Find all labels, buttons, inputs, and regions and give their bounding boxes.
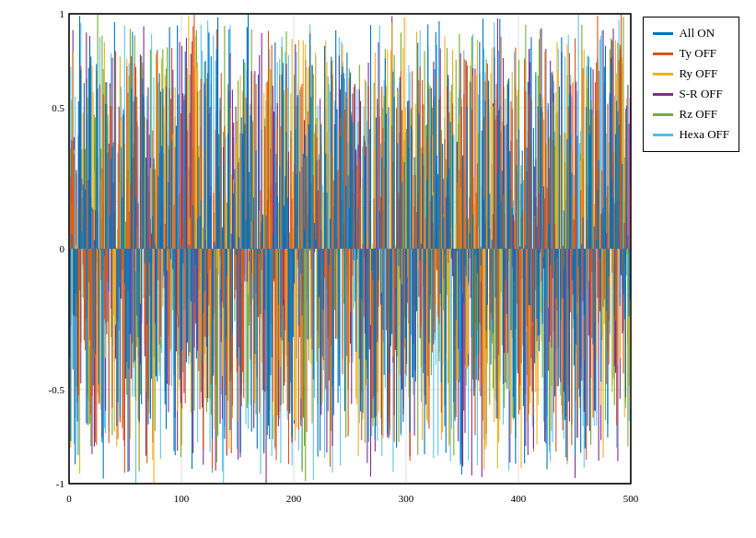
svg-rect-1788 <box>381 249 382 293</box>
svg-rect-2609 <box>180 249 181 311</box>
svg-rect-2465 <box>580 191 581 249</box>
svg-rect-1273 <box>365 249 366 333</box>
svg-rect-1878 <box>483 249 483 420</box>
svg-rect-2283 <box>376 249 377 415</box>
svg-rect-2866 <box>469 233 470 249</box>
svg-rect-2030 <box>91 249 92 396</box>
svg-rect-2518 <box>78 101 79 249</box>
svg-rect-1168 <box>247 249 248 282</box>
svg-rect-2444 <box>556 249 557 386</box>
svg-rect-2689 <box>270 249 271 375</box>
svg-rect-2592 <box>161 146 162 249</box>
svg-rect-951 <box>564 162 565 249</box>
svg-rect-2633 <box>207 73 208 249</box>
svg-rect-2088 <box>157 51 157 249</box>
svg-rect-2828 <box>426 180 427 249</box>
svg-rect-2833 <box>432 195 433 249</box>
svg-rect-1998 <box>617 249 618 366</box>
svg-rect-2244 <box>331 75 332 249</box>
svg-rect-2904 <box>512 208 513 249</box>
svg-rect-2162 <box>239 133 240 249</box>
svg-rect-2902 <box>509 151 510 249</box>
svg-rect-832 <box>431 249 432 375</box>
svg-rect-1820 <box>417 249 418 270</box>
legend: All ON Ty OFF Ry OFF S-R OFF Rz OFF Hexa… <box>643 17 739 152</box>
svg-rect-2976 <box>593 249 594 345</box>
svg-rect-2344 <box>444 139 445 249</box>
svg-rect-314 <box>411 249 412 335</box>
svg-rect-1265 <box>355 149 356 249</box>
svg-rect-1643 <box>218 249 219 275</box>
svg-rect-2674 <box>253 197 254 249</box>
svg-text:200: 200 <box>286 493 302 504</box>
svg-rect-2575 <box>142 78 143 249</box>
svg-rect-401 <box>508 249 509 471</box>
svg-rect-2578 <box>145 158 146 249</box>
legend-color-hexa-off <box>653 134 673 136</box>
svg-rect-2198 <box>280 126 281 249</box>
svg-rect-2944 <box>556 249 557 258</box>
svg-rect-2489 <box>607 103 608 249</box>
svg-rect-2269 <box>360 188 361 249</box>
svg-rect-1748 <box>336 249 337 339</box>
svg-rect-2331 <box>430 202 431 249</box>
svg-rect-2334 <box>433 223 434 249</box>
svg-rect-2796 <box>390 249 391 346</box>
svg-rect-2997 <box>616 100 617 249</box>
svg-rect-167 <box>246 249 247 425</box>
svg-rect-235 <box>322 185 323 249</box>
svg-rect-2319 <box>416 212 417 249</box>
svg-rect-2745 <box>333 249 334 415</box>
svg-rect-2672 <box>251 249 252 432</box>
svg-rect-2497 <box>616 249 617 425</box>
svg-rect-994 <box>612 249 613 379</box>
svg-rect-241 <box>329 84 330 249</box>
svg-rect-1766 <box>356 249 357 404</box>
svg-rect-2597 <box>167 249 168 250</box>
svg-text:0.5: 0.5 <box>52 102 64 113</box>
svg-rect-2604 <box>175 249 176 455</box>
svg-rect-1322 <box>420 249 421 338</box>
svg-rect-2729 <box>315 239 316 249</box>
svg-rect-2871 <box>474 249 475 255</box>
svg-rect-2082 <box>150 219 151 249</box>
svg-rect-2392 <box>498 249 499 356</box>
svg-rect-2417 <box>527 249 528 326</box>
legend-item-all-on: All ON <box>653 23 729 43</box>
svg-rect-2788 <box>381 158 382 249</box>
svg-rect-2590 <box>159 74 160 249</box>
svg-rect-1399 <box>506 124 507 249</box>
svg-rect-2272 <box>364 249 365 317</box>
svg-rect-1991 <box>610 249 611 285</box>
svg-rect-1966 <box>581 52 582 249</box>
svg-rect-2534 <box>96 64 97 249</box>
svg-rect-2762 <box>352 123 353 249</box>
svg-rect-2822 <box>420 249 421 261</box>
svg-rect-2415 <box>524 60 525 249</box>
svg-rect-2528 <box>89 43 90 249</box>
svg-rect-2524 <box>85 190 86 249</box>
svg-rect-2428 <box>539 193 540 249</box>
svg-rect-894 <box>500 249 501 293</box>
svg-rect-2585 <box>154 158 155 249</box>
svg-rect-1327 <box>425 249 426 404</box>
svg-rect-2529 <box>90 56 91 249</box>
svg-rect-2647 <box>223 165 224 249</box>
svg-rect-2877 <box>482 131 483 249</box>
svg-rect-1438 <box>550 61 551 249</box>
svg-rect-2525 <box>86 249 87 423</box>
svg-rect-2949 <box>563 249 564 298</box>
svg-rect-1080 <box>147 88 148 249</box>
svg-rect-1661 <box>238 158 239 249</box>
svg-rect-2607 <box>178 94 179 249</box>
svg-rect-2555 <box>120 249 121 417</box>
svg-rect-2403 <box>510 101 511 249</box>
svg-rect-2300 <box>395 249 396 287</box>
svg-rect-2187 <box>268 31 269 249</box>
svg-rect-2972 <box>588 57 589 249</box>
svg-rect-2710 <box>294 249 295 284</box>
svg-rect-1467 <box>583 249 584 301</box>
svg-rect-2644 <box>219 98 220 249</box>
svg-rect-2611 <box>182 249 183 263</box>
svg-rect-2654 <box>231 234 232 249</box>
